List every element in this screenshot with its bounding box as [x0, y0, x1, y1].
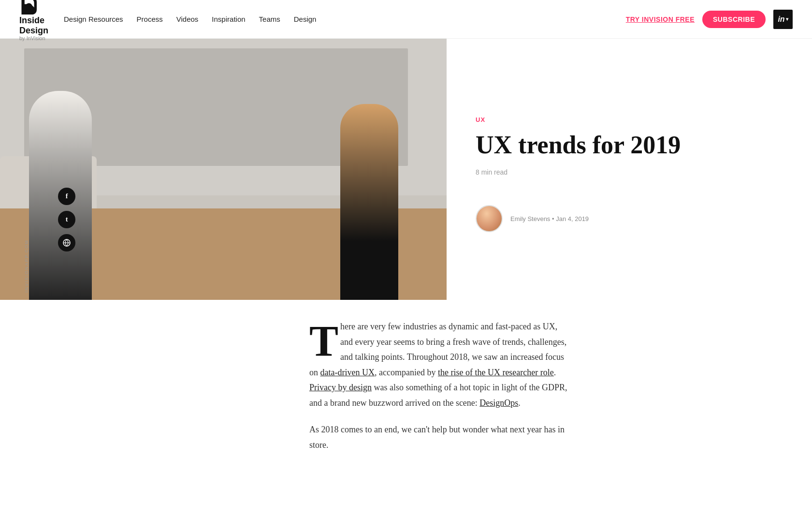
author-date: Jan 4, 2019 — [556, 215, 589, 222]
read-time: 8 min read — [476, 168, 783, 176]
badge-in-text: in — [778, 15, 784, 24]
subscribe-button[interactable]: SUBSCRIBE — [702, 11, 766, 28]
author-info: Emily Stevens • Jan 4, 2019 — [510, 215, 589, 222]
logo[interactable]: InsideDesign by InVision — [19, 0, 48, 41]
invision-badge[interactable]: in ▾ — [773, 10, 793, 29]
twitter-share-button[interactable]: t — [58, 211, 75, 228]
author-name: Emily Stevens — [510, 215, 550, 222]
logo-text: InsideDesign — [19, 15, 48, 35]
nav-videos[interactable]: Videos — [176, 15, 199, 23]
second-paragraph: As 2018 comes to an end, we can't help b… — [309, 422, 570, 453]
hero-photo — [0, 39, 447, 300]
svg-point-0 — [26, 3, 32, 10]
privacy-by-design-link[interactable]: Privacy by design — [309, 383, 372, 392]
link-icon — [62, 238, 71, 247]
article-section: There are very few industries as dynamic… — [0, 300, 812, 484]
side-text: INVISIONAPP.COM — [24, 239, 29, 293]
try-invision-link[interactable]: TRY INVISION FREE — [626, 15, 695, 23]
header-left: InsideDesign by InVision Design Resource… — [19, 0, 316, 41]
data-driven-ux-link[interactable]: data-driven UX — [320, 368, 375, 377]
nav-inspiration[interactable]: Inspiration — [212, 15, 245, 23]
nav-process[interactable]: Process — [137, 15, 163, 23]
facebook-icon: f — [66, 192, 68, 200]
facebook-share-button[interactable]: f — [58, 188, 75, 205]
logo-sub: by InVision — [19, 35, 45, 41]
invision-logo-icon — [19, 0, 37, 15]
drop-cap: T — [309, 319, 338, 360]
first-para-text: here are very few industries as dynamic … — [309, 322, 567, 408]
share-icons: f t — [58, 188, 75, 251]
first-paragraph: There are very few industries as dynamic… — [309, 319, 570, 411]
designops-link[interactable]: DesignOps — [479, 398, 518, 408]
nav-design[interactable]: Design — [294, 15, 317, 23]
nav-design-resources[interactable]: Design Resources — [64, 15, 123, 23]
header: InsideDesign by InVision Design Resource… — [0, 0, 812, 39]
avatar-image — [477, 206, 502, 231]
nav-teams[interactable]: Teams — [259, 15, 280, 23]
link-share-button[interactable] — [58, 234, 75, 251]
article-category: UX — [476, 116, 783, 123]
article-body: There are very few industries as dynamic… — [222, 319, 590, 484]
hero-content: UX UX trends for 2019 8 min read Emily S… — [447, 39, 812, 300]
author-section: Emily Stevens • Jan 4, 2019 — [476, 205, 783, 232]
hero-section: UX UX trends for 2019 8 min read Emily S… — [0, 39, 812, 300]
main-nav: Design Resources Process Videos Inspirat… — [64, 15, 316, 23]
hero-image — [0, 39, 447, 300]
twitter-icon: t — [66, 216, 68, 223]
article-title: UX trends for 2019 — [476, 131, 783, 159]
badge-chevron-icon: ▾ — [786, 16, 788, 22]
ux-researcher-link[interactable]: the rise of the UX researcher role — [438, 368, 554, 377]
author-avatar — [476, 205, 503, 232]
header-right: TRY INVISION FREE SUBSCRIBE in ▾ — [626, 10, 793, 29]
